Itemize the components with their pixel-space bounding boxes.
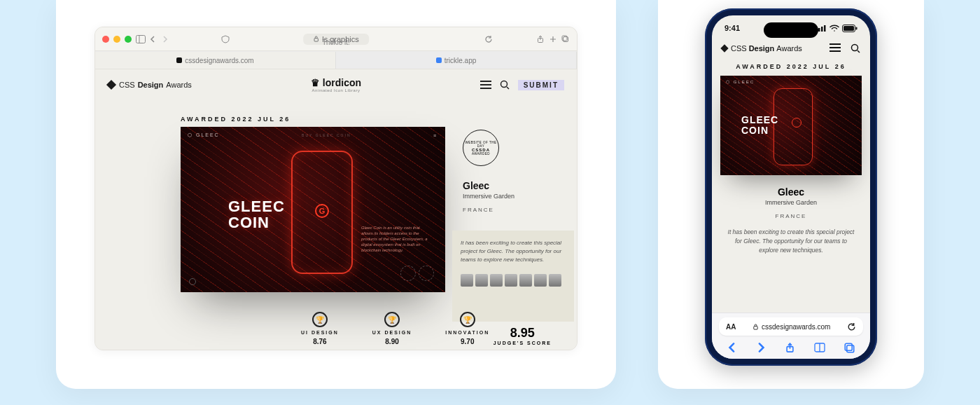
award-date: AWARDED 2022 JUL 26: [712, 63, 870, 70]
project-title[interactable]: Gleec: [463, 180, 489, 191]
share-button[interactable]: [536, 35, 545, 43]
project-hero[interactable]: ⬡ GLEEC BUY GLEEC COIN ≡ GLEECCOIN G Gle…: [181, 127, 445, 292]
text-size-button[interactable]: AA: [726, 323, 736, 331]
status-time: 9:41: [724, 24, 740, 32]
svg-rect-0: [136, 35, 146, 43]
hero-indicator: [189, 278, 196, 285]
avatar[interactable]: [505, 274, 517, 287]
score-ux: 🏆 UX DESIGN 8.90: [372, 312, 412, 345]
cssda-logo[interactable]: CSSDesignAwards: [722, 44, 802, 53]
avatar[interactable]: [534, 274, 547, 287]
traffic-lights: [102, 36, 132, 43]
project-quote: It has been exciting to create this spec…: [726, 228, 856, 254]
tab-label: trickle.app: [444, 57, 477, 64]
page-content: CSSDesignAwards ♛ lordicon Animated Icon…: [95, 69, 577, 350]
center-brand[interactable]: ♛ lordicon Animated Icon Library: [311, 77, 361, 92]
trickle-callout: Trickle it!: [322, 39, 350, 46]
svg-point-6: [500, 81, 507, 88]
browser-tab-cssda[interactable]: cssdesignawards.com: [95, 52, 336, 69]
hero-menu-label: BUY GLEEC COIN: [302, 133, 351, 137]
maximize-window-button[interactable]: [125, 36, 132, 43]
hero-nav-icon: ≡: [433, 133, 438, 138]
judge-score: 8.95 JUDGE'S SCORE: [493, 326, 552, 345]
minimize-window-button[interactable]: [113, 36, 120, 43]
hero-title: GLEECCOIN: [228, 198, 285, 231]
svg-rect-12: [844, 26, 854, 31]
back-button[interactable]: [150, 36, 157, 43]
tabs-button[interactable]: [844, 343, 855, 353]
tab-label: cssdesignawards.com: [185, 57, 253, 64]
privacy-shield-icon[interactable]: [221, 35, 230, 43]
project-hero[interactable]: ⬡ GLEEC GLEECCOIN: [720, 76, 862, 175]
desktop-mockup-panel: ls.graphics Trickle it! cssdesignawards.…: [56, 0, 616, 389]
gleec-logo-icon: [792, 118, 802, 128]
score-row: 🏆 UI DESIGN 8.76 🏆 UX DESIGN 8.90 🏆 INNO…: [301, 312, 489, 345]
svg-rect-9: [821, 27, 823, 32]
project-country: FRANCE: [712, 213, 870, 219]
menu-icon[interactable]: [480, 81, 491, 89]
mobile-mockup-panel: 9:41 CSSDesignAwards: [658, 0, 924, 389]
header-nav: SUBMIT: [480, 80, 564, 90]
svg-rect-10: [824, 25, 826, 32]
share-button[interactable]: [785, 343, 795, 353]
browser-tab-row: Trickle it! cssdesignawards.com trickle.…: [95, 51, 577, 69]
mobile-address-bar[interactable]: AA cssdesignawards.com: [719, 317, 863, 336]
avatar[interactable]: [475, 274, 488, 287]
svg-rect-8: [818, 28, 820, 32]
phone-outline-graphic: [774, 88, 813, 165]
lock-icon: [313, 36, 319, 42]
mobile-site-header: CSSDesignAwards: [712, 41, 870, 59]
notch: [764, 22, 818, 38]
avatar[interactable]: [490, 274, 503, 287]
score-innovation: 🏆 INNOVATION 9.70: [445, 312, 489, 345]
search-icon[interactable]: [850, 43, 860, 53]
trophy-icon: 🏆: [312, 312, 328, 327]
browser-tab-trickle[interactable]: trickle.app: [336, 52, 577, 69]
forward-button[interactable]: [161, 36, 168, 43]
wifi-icon: [830, 25, 839, 32]
avatar[interactable]: [549, 274, 561, 287]
project-subtitle[interactable]: Immersive Garden: [712, 199, 870, 206]
phone-screen: 9:41 CSSDesignAwards: [712, 15, 870, 359]
favicon-icon: [176, 57, 182, 63]
back-button[interactable]: [727, 343, 737, 353]
iphone-frame: 9:41 CSSDesignAwards: [705, 8, 877, 366]
cssda-logo[interactable]: CSSDesignAwards: [108, 81, 192, 89]
battery-icon: [842, 25, 858, 32]
svg-rect-15: [754, 326, 757, 329]
avatar[interactable]: [461, 274, 473, 287]
menu-icon[interactable]: [830, 43, 841, 53]
close-window-button[interactable]: [102, 36, 109, 43]
project-title[interactable]: Gleec: [712, 186, 870, 198]
diamond-icon: [106, 80, 116, 90]
reload-button[interactable]: [847, 322, 856, 331]
wotd-badge: WEBSITE OF THE DAY CSSDA AWARDED: [463, 130, 499, 166]
sidebar-toggle-icon[interactable]: [136, 35, 146, 43]
svg-rect-13: [856, 27, 858, 29]
hero-nav-circles: [400, 266, 434, 281]
browser-window: ls.graphics Trickle it! cssdesignawards.…: [94, 27, 578, 350]
hero-header: ⬡ GLEEC BUY GLEEC COIN ≡: [188, 132, 438, 138]
search-icon[interactable]: [500, 80, 510, 90]
project-subtitle[interactable]: Immersive Garden: [463, 193, 514, 200]
diamond-icon: [720, 44, 728, 52]
bookmarks-button[interactable]: [814, 343, 825, 353]
forward-button[interactable]: [756, 343, 766, 353]
svg-rect-2: [314, 39, 318, 42]
trophy-icon: 🏆: [384, 312, 400, 327]
trophy-icon: 🏆: [460, 312, 475, 327]
score-ui: 🏆 UI DESIGN 8.76: [301, 312, 339, 345]
mobile-url: cssdesignawards.com: [762, 323, 830, 331]
tabs-overview-button[interactable]: [561, 35, 570, 43]
lock-icon: [752, 324, 759, 330]
project-quote: It has been exciting to create this spec…: [461, 239, 566, 264]
project-country: FRANCE: [463, 207, 494, 213]
reload-button[interactable]: [484, 35, 493, 43]
award-date: AWARDED 2022 JUL 26: [181, 116, 290, 123]
judge-avatars: [461, 274, 566, 287]
submit-button[interactable]: SUBMIT: [518, 80, 564, 90]
avatar[interactable]: [519, 274, 532, 287]
new-tab-button[interactable]: [549, 35, 557, 43]
svg-rect-19: [847, 345, 854, 352]
svg-rect-20: [845, 343, 852, 350]
